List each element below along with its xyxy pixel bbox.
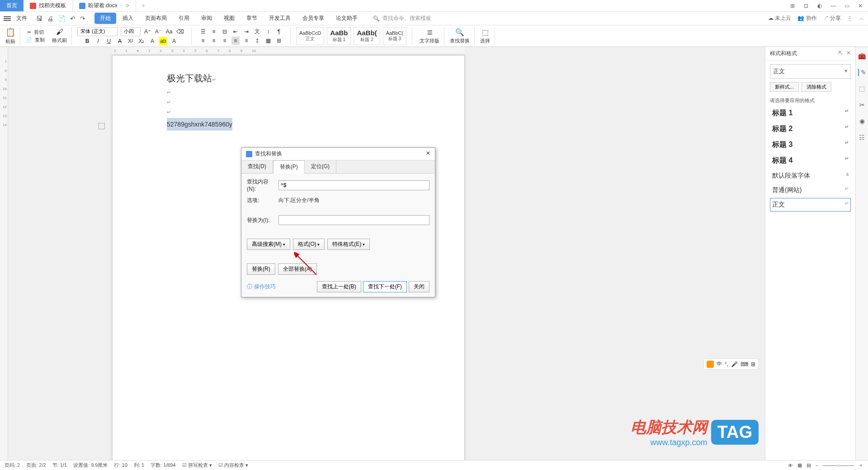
replace-input[interactable] (278, 215, 429, 225)
close-button[interactable]: 关闭 (409, 281, 429, 292)
tab-vip[interactable]: 会员专享 (297, 13, 330, 24)
indent-dec-icon[interactable]: ⇤ (231, 28, 240, 36)
ime-toolbar[interactable]: 中 °, 🎤 ⌨ ⊞ (703, 358, 759, 370)
status-words[interactable]: 字数: 1/894 (151, 462, 176, 469)
multilevel-icon[interactable]: ⊟ (221, 28, 229, 36)
tab-dev[interactable]: 开发工具 (264, 13, 296, 24)
status-doccheck[interactable]: ☑ 内容检查 ▾ (218, 462, 248, 469)
close-window-button[interactable]: ✕ (856, 3, 864, 9)
zoom-out-icon[interactable]: − (816, 463, 818, 468)
print-icon[interactable]: 🖨 (47, 15, 53, 22)
sort-icon[interactable]: ↕ (264, 28, 272, 36)
style-h3[interactable]: AaBbC(标题 3 (383, 27, 407, 45)
tab-home[interactable]: 首页 (0, 0, 24, 11)
zoom-slider[interactable]: ────○──── (823, 463, 854, 468)
tab-paper[interactable]: 论文助手 (330, 13, 363, 24)
tab-document[interactable]: 盼望着.docx ⟳ (73, 0, 136, 11)
shading-icon[interactable]: ▦ (264, 37, 272, 45)
ime-menu-icon[interactable]: ⊞ (751, 361, 755, 367)
grow-font-icon[interactable]: A⁺ (143, 28, 151, 36)
view-page-icon[interactable]: ▦ (797, 462, 802, 468)
tab-sync-icon[interactable]: ⟳ (126, 3, 129, 8)
find-next-button[interactable]: 查找下一处(F) (363, 281, 407, 292)
align-left-icon[interactable]: ≡ (199, 37, 207, 45)
style-item-h3[interactable]: 标题 3↵ (770, 137, 851, 152)
collab-button[interactable]: 👥 协作 (797, 14, 816, 22)
rail-shape-icon[interactable]: ◉ (859, 118, 865, 125)
ime-mic-icon[interactable]: 🎤 (731, 361, 738, 367)
style-item-web[interactable]: 普通(网站)↵ (770, 183, 851, 197)
copy-icon[interactable]: 📄 (26, 37, 32, 43)
cloud-status[interactable]: ☁ 未上云 (768, 14, 791, 22)
change-case-icon[interactable]: Aa (165, 28, 173, 36)
replace-all-button[interactable]: 全部替换(A) (278, 263, 317, 275)
hamburger-icon[interactable] (4, 16, 11, 21)
view-read-icon[interactable]: 👁 (788, 463, 793, 468)
status-pageno[interactable]: 页码: 2 (5, 462, 20, 469)
tab-template[interactable]: 找稻壳模板 (24, 0, 73, 11)
style-item-normal[interactable]: 正文↵ (770, 198, 851, 212)
font-color-icon[interactable]: A (148, 37, 156, 45)
view-web-icon[interactable]: ▤ (807, 462, 811, 468)
file-menu[interactable]: 文件 (13, 14, 31, 22)
tips-link[interactable]: ⓘ操作技巧 (247, 283, 276, 291)
dialog-close-icon[interactable]: ✕ (426, 150, 430, 158)
italic-icon[interactable]: I (94, 37, 102, 45)
menu-more-icon[interactable]: ⋮ (847, 15, 853, 22)
style-h1[interactable]: AaBb标题 1 (327, 27, 351, 45)
rail-select-icon[interactable]: ⬚ (859, 85, 865, 92)
text-tools-icon[interactable]: 文 (253, 28, 261, 36)
superscript-icon[interactable]: X² (127, 37, 135, 45)
paste-icon[interactable]: 📋 (5, 27, 15, 37)
numbering-icon[interactable]: ≡ (210, 28, 218, 36)
tab-reference[interactable]: 引用 (173, 13, 195, 24)
status-section[interactable]: 节: 1/1 (52, 462, 67, 469)
style-item-h4[interactable]: 标题 4↵ (770, 153, 851, 168)
ime-lang[interactable]: 中 (717, 360, 722, 368)
reading-layout-icon[interactable]: ⊞ (788, 3, 797, 9)
clear-format-button[interactable]: 清除格式 (802, 82, 831, 92)
style-normal[interactable]: AaBbCcD正文 (296, 27, 324, 45)
tab-layout[interactable]: 页面布局 (140, 13, 172, 24)
replace-button[interactable]: 替换(R) (247, 263, 275, 275)
maximize-button[interactable]: ▭ (843, 3, 851, 9)
indent-inc-icon[interactable]: ⇥ (242, 28, 250, 36)
current-style[interactable]: 正文 ▾ (770, 64, 851, 79)
tab-view[interactable]: 视图 (218, 13, 240, 24)
zoom-in-icon[interactable]: ＋ (859, 462, 863, 469)
ime-punct-icon[interactable]: °, (725, 361, 728, 367)
rail-toolbox-icon[interactable]: 🧰 (858, 52, 866, 60)
find-prev-button[interactable]: 查找上一处(B) (317, 281, 361, 292)
undo-icon[interactable]: ↶ (70, 15, 75, 22)
tab-insert[interactable]: 插入 (117, 13, 139, 24)
border-char-icon[interactable]: A (170, 37, 178, 45)
style-item-h2[interactable]: 标题 2↵ (770, 122, 851, 136)
select-group[interactable]: ⬚选择 (478, 27, 495, 46)
panel-close-icon[interactable]: ✕ (846, 50, 851, 57)
align-right-icon[interactable]: ≡ (221, 37, 229, 45)
findreplace-group[interactable]: 🔍查找替换 (448, 27, 475, 46)
ime-keyboard-icon[interactable]: ⌨ (741, 361, 748, 367)
page-margin-icon[interactable] (99, 123, 105, 129)
style-item-h1[interactable]: 标题 1↵ (770, 106, 851, 121)
save-icon[interactable]: 🖫 (36, 15, 42, 22)
borders-icon[interactable]: ⊞ (275, 37, 283, 45)
advanced-search-button[interactable]: 高级搜索(M) (247, 239, 290, 250)
tab-goto[interactable]: 定位(G) (305, 160, 336, 173)
status-spell[interactable]: ☑ 拼写检查 ▾ (182, 462, 212, 469)
panel-pin-icon[interactable]: ⇱ (838, 50, 843, 57)
status-page[interactable]: 页面: 2/2 (26, 462, 46, 469)
bold-icon[interactable]: B (83, 37, 91, 45)
dialog-titlebar[interactable]: 查找和替换 ✕ (241, 148, 435, 160)
tab-start[interactable]: 开始 (94, 13, 116, 24)
find-input[interactable] (278, 180, 429, 190)
style-h2[interactable]: AaBb(标题 2 (354, 27, 380, 45)
line-spacing-icon[interactable]: ‡ (253, 37, 261, 45)
tab-find[interactable]: 查找(D) (241, 160, 273, 173)
rail-style-icon[interactable]: ✎ (858, 69, 866, 76)
collapse-ribbon-icon[interactable]: ︿ (859, 14, 864, 22)
minimize-button[interactable]: — (829, 3, 837, 9)
show-marks-icon[interactable]: ¶ (275, 28, 283, 36)
command-search[interactable]: 🔍 查找命令、搜索模板 (373, 14, 431, 22)
bullets-icon[interactable]: ☰ (199, 28, 207, 36)
